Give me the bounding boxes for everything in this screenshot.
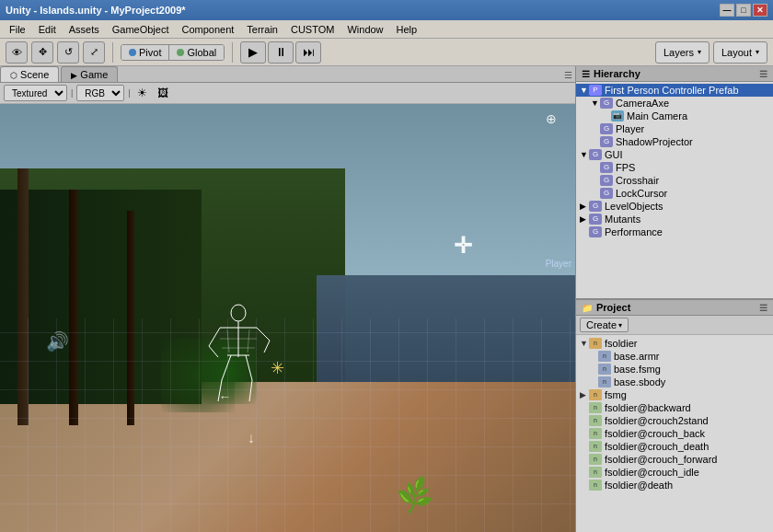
scene-viewport[interactable]: ✳ 🔊 ↓ ← ⊕ ✛ 🌿 Player <box>0 104 575 532</box>
minimize-button[interactable]: — <box>720 4 734 17</box>
proj-arrow-fsmg: ▶ <box>580 390 589 399</box>
render-mode-select[interactable]: Textured <box>4 85 67 101</box>
hier-item-shadowprojector[interactable]: ▶ G ShadowProjector <box>576 135 773 148</box>
separator-vp2: | <box>128 88 130 98</box>
play-controls: ▶ ⏸ ⏭ <box>240 41 321 64</box>
separator-vp: | <box>71 88 73 98</box>
tab-game[interactable]: ▶ Game <box>61 66 118 82</box>
scale-icon: ⤢ <box>90 46 98 58</box>
proj-label-fsoldier: fsoldier <box>605 338 637 349</box>
hier-item-crosshair[interactable]: ▶ G Crosshair <box>576 174 773 187</box>
menu-edit[interactable]: Edit <box>33 22 62 37</box>
hier-icon-fpc: P <box>589 85 602 96</box>
step-icon: ⏭ <box>303 45 315 59</box>
menu-window[interactable]: Window <box>341 22 388 37</box>
menu-help[interactable]: Help <box>391 22 423 37</box>
menu-terrain[interactable]: Terrain <box>241 22 283 37</box>
proj-item-death[interactable]: ▶ n fsoldier@death <box>576 479 773 492</box>
maximize-button[interactable]: □ <box>736 4 751 17</box>
layers-dropdown[interactable]: Layers ▾ <box>655 41 710 64</box>
svg-line-12 <box>227 330 229 353</box>
color-mode-select[interactable]: RGB <box>76 85 124 101</box>
menu-component[interactable]: Component <box>176 22 239 37</box>
svg-line-5 <box>257 328 270 341</box>
scale-button[interactable]: ⤢ <box>83 41 105 64</box>
hier-arrow-gui: ▼ <box>580 150 589 159</box>
right-panel: ☰ Hierarchy ☰ ▼ P First Person Controlle… <box>575 66 773 532</box>
hier-label-cameraaxe: CameraAxe <box>616 98 669 109</box>
proj-label-fsmg: fsmg <box>605 389 627 400</box>
play-button[interactable]: ▶ <box>240 41 266 64</box>
hier-item-levelobjects[interactable]: ▶ G LevelObjects <box>576 200 773 213</box>
proj-item-crouch2stand[interactable]: ▶ n fsoldier@crouch2stand <box>576 414 773 427</box>
hier-arrow-cameraaxe: ▼ <box>591 98 600 108</box>
hier-arrow-fpc: ▼ <box>580 86 589 95</box>
proj-item-fsoldier[interactable]: ▼ n fsoldier <box>576 337 773 350</box>
create-label: Create <box>586 319 617 330</box>
proj-icon-crouchfwd: n <box>589 454 602 465</box>
proj-item-basefsmg[interactable]: ▶ n base.fsmg <box>576 363 773 376</box>
toolbar: 👁 ✥ ↺ ⤢ Pivot Global ▶ ⏸ ⏭ Layers <box>0 39 773 66</box>
step-button[interactable]: ⏭ <box>295 41 321 64</box>
pause-icon: ⏸ <box>275 45 287 59</box>
hier-item-lockcursor[interactable]: ▶ G LockCursor <box>576 187 773 200</box>
proj-item-basearmr[interactable]: ▶ n base.armr <box>576 350 773 363</box>
proj-item-basesbody[interactable]: ▶ n base.sbody <box>576 376 773 388</box>
svg-line-8 <box>222 355 231 380</box>
proj-item-crouchfwd[interactable]: ▶ n fsoldier@crouch_forward <box>576 453 773 466</box>
hier-item-mutants[interactable]: ▶ G Mutants <box>576 213 773 226</box>
sun-toggle-button[interactable]: ☀ <box>134 85 151 101</box>
hier-icon-fps: G <box>600 162 613 173</box>
pivot-label: Pivot <box>139 47 161 58</box>
menu-custom[interactable]: CUSTOM <box>285 22 340 37</box>
proj-item-crouchidle[interactable]: ▶ n fsoldier@crouch_idle <box>576 466 773 479</box>
wire-figure <box>202 302 275 412</box>
tab-scene-label: Scene <box>20 69 49 80</box>
close-button[interactable]: ✕ <box>753 4 767 17</box>
eye-button[interactable]: 👁 <box>6 41 28 64</box>
speaker-icon: 🔊 <box>46 330 69 353</box>
proj-icon-fsoldier: n <box>589 338 602 349</box>
hier-item-fps[interactable]: ▶ G FPS <box>576 161 773 174</box>
viewport-toolbar: Textured | RGB | ☀ 🖼 <box>0 83 575 104</box>
hier-item-player[interactable]: ▶ G Player <box>576 122 773 135</box>
hier-item-gui[interactable]: ▼ G GUI <box>576 148 773 161</box>
skybox-button[interactable]: 🖼 <box>155 85 171 101</box>
global-button[interactable]: Global <box>169 45 224 60</box>
tab-scene[interactable]: ⬡ Scene <box>0 66 59 82</box>
hier-icon-maincamera: 📷 <box>611 110 624 121</box>
layers-layout-area: Layers ▾ Layout ▾ <box>655 41 767 64</box>
hier-label-mutants: Mutants <box>605 214 640 225</box>
pivot-button[interactable]: Pivot <box>121 45 169 60</box>
project-menu-button[interactable]: ☰ <box>759 303 767 313</box>
proj-item-backward[interactable]: ▶ n fsoldier@backward <box>576 401 773 414</box>
svg-line-13 <box>248 330 249 353</box>
hier-item-fpc[interactable]: ▼ P First Person Controller Prefab <box>576 84 773 97</box>
hier-item-cameraaxe[interactable]: ▼ G CameraAxe <box>576 97 773 110</box>
rotate-button[interactable]: ↺ <box>57 41 79 64</box>
separator-1 <box>112 42 113 63</box>
hand-button[interactable]: ✥ <box>31 41 53 64</box>
proj-label-crouchfwd: fsoldier@crouch_forward <box>605 454 717 465</box>
hier-item-performance[interactable]: ▶ G Performance <box>576 226 773 238</box>
svg-line-3 <box>209 328 220 346</box>
layout-dropdown[interactable]: Layout ▾ <box>713 41 767 64</box>
viewport-tab-menu-icon[interactable]: ☰ <box>560 67 575 82</box>
menu-assets[interactable]: Assets <box>63 22 105 37</box>
create-button[interactable]: Create ▾ <box>580 318 629 332</box>
hier-item-maincamera[interactable]: ▶ 📷 Main Camera <box>576 110 773 122</box>
hier-icon-gui: G <box>589 149 602 160</box>
hierarchy-menu-button[interactable]: ☰ <box>759 69 767 79</box>
proj-item-crouchback[interactable]: ▶ n fsoldier@crouch_back <box>576 427 773 440</box>
proj-item-crouchdeath[interactable]: ▶ n fsoldier@crouch_death <box>576 440 773 453</box>
proj-icon-crouch2stand: n <box>589 415 602 426</box>
proj-item-fsmg[interactable]: ▶ n fsmg <box>576 388 773 401</box>
menu-file[interactable]: File <box>4 22 31 37</box>
proj-icon-basefsmg: n <box>598 364 611 375</box>
layers-label: Layers <box>663 47 694 58</box>
pause-button[interactable]: ⏸ <box>268 41 294 64</box>
camera-gizmo-icon: ⊕ <box>546 111 557 126</box>
svg-line-4 <box>209 346 218 357</box>
menu-gameobject[interactable]: GameObject <box>107 22 175 37</box>
tab-game-label: Game <box>80 69 108 80</box>
